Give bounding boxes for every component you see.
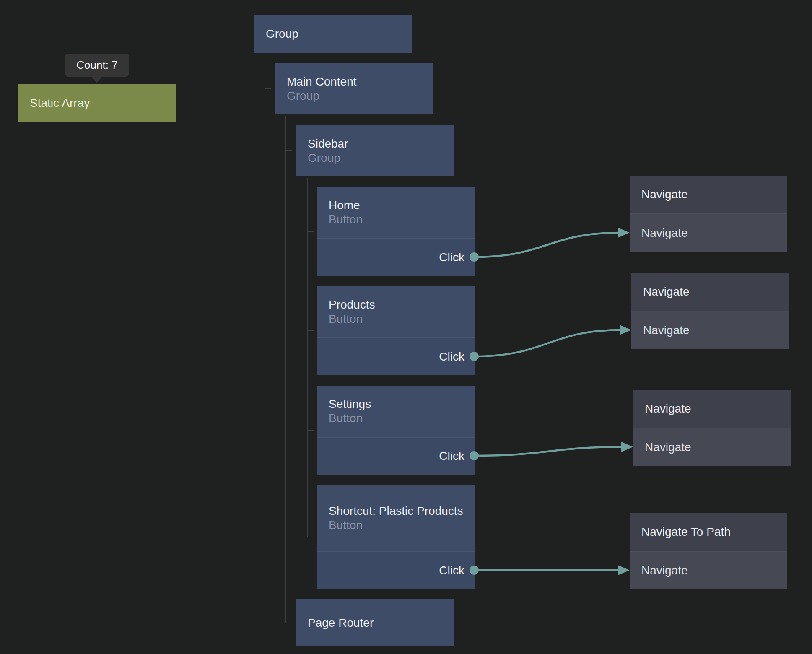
connection-home-click-to-navigate-1[interactable] [474,233,620,257]
node-settings-type: Button [329,411,466,426]
node-products-button[interactable]: Products Button Click [317,286,475,375]
node-home-button[interactable]: Home Button Click [317,187,475,276]
count-tooltip-label: Count: 7 [76,59,117,72]
node-group-title: Group [266,27,403,41]
node-shortcut-type: Button [329,518,466,532]
node-products-title-area: Products Button [317,286,475,337]
node-home-click-port-label: Click [439,251,464,264]
node-main-content-type: Group [287,89,424,103]
count-tooltip-pointer [91,76,103,83]
node-navigate-to-path-title: Navigate To Path [641,525,731,539]
node-home-click-row: Click [317,238,475,276]
node-navigate-3-input-label: Navigate [645,441,691,454]
node-shortcut-title: Shortcut: Plastic Products [329,504,466,518]
node-page-router-title: Page Router [308,616,445,630]
count-tooltip: Count: 7 [65,54,129,77]
signal-connections [474,233,624,570]
node-products-type: Button [329,312,466,326]
node-settings-click-row: Click [317,437,475,475]
node-navigate-to-path[interactable]: Navigate To Path Navigate [630,513,787,589]
node-navigate-1-title: Navigate [641,188,688,201]
node-navigate-2-input-label: Navigate [643,324,690,337]
node-navigate-1-input-label: Navigate [641,226,688,240]
node-navigate-3-title: Navigate [645,402,691,415]
node-shortcut-plastic-products-button[interactable]: Shortcut: Plastic Products Button Click [317,485,475,589]
node-main-content-title: Main Content [287,75,424,89]
node-navigate-2[interactable]: Navigate Navigate [631,273,789,349]
node-shortcut-title-area: Shortcut: Plastic Products Button [317,485,475,551]
node-navigate-3[interactable]: Navigate Navigate [633,390,791,466]
node-settings-title-area: Settings Button [317,386,475,437]
connection-products-click-to-navigate-2[interactable] [474,330,622,356]
tree-line-group-children [265,54,271,89]
node-editor-canvas[interactable]: Count: 7 Static Array Group Main Content… [0,0,812,654]
node-static-array-title: Static Array [30,96,90,110]
node-navigate-3-header: Navigate [633,390,791,428]
node-products-title: Products [329,298,466,312]
node-navigate-1-header: Navigate [630,176,787,213]
node-sidebar[interactable]: Sidebar Group [296,125,454,176]
node-navigate-to-path-input-row: Navigate [630,551,787,589]
node-navigate-2-title: Navigate [643,285,690,298]
node-home-type: Button [329,213,466,227]
node-navigate-3-input-row: Navigate [633,428,791,466]
node-settings-title: Settings [329,397,466,411]
tree-line-main-content-children [286,116,292,623]
node-products-click-row: Click [317,337,475,375]
node-page-router[interactable]: Page Router [296,600,454,646]
node-group[interactable]: Group [254,15,412,53]
connection-settings-click-to-navigate-3[interactable] [474,447,624,456]
node-home-title-area: Home Button [317,187,475,238]
node-navigate-1[interactable]: Navigate Navigate [630,176,787,252]
tree-line-sidebar-children [307,178,314,537]
node-settings-button[interactable]: Settings Button Click [317,386,475,475]
node-navigate-to-path-input-label: Navigate [641,564,688,577]
node-navigate-2-header: Navigate [631,273,789,311]
node-sidebar-title: Sidebar [308,137,445,151]
node-settings-click-port-label: Click [439,449,464,463]
node-shortcut-click-row: Click [317,551,475,589]
node-sidebar-type: Group [308,151,445,165]
node-home-title: Home [329,198,466,213]
node-products-click-port-label: Click [439,350,464,363]
node-navigate-to-path-header: Navigate To Path [630,513,787,551]
node-shortcut-click-port-label: Click [439,564,464,577]
node-navigate-1-input-row: Navigate [630,213,787,252]
node-main-content[interactable]: Main Content Group [275,63,433,114]
node-navigate-2-input-row: Navigate [631,311,789,349]
node-static-array[interactable]: Static Array [18,84,176,122]
